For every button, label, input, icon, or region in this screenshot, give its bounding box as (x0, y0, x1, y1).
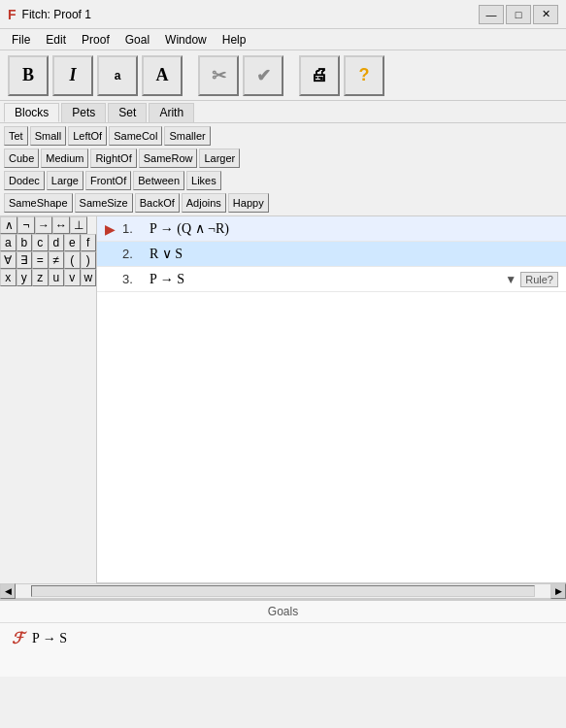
window-controls: — □ ✕ (479, 5, 558, 24)
app-icon: F (8, 7, 17, 22)
proof-line-2[interactable]: 2. R ∨ S (97, 242, 566, 267)
proof-area[interactable]: ▶ 1. P → (Q ∧ ¬R) 2. R ∨ S 3. P → S ▼ Ru… (97, 216, 566, 583)
rule-dropdown-arrow: ▼ (505, 273, 516, 286)
tab-set[interactable]: Set (108, 103, 147, 122)
sym-bottom[interactable]: ⊥ (70, 216, 87, 234)
sym-c[interactable]: c (32, 234, 49, 251)
sym-wedge[interactable]: ∧ (0, 216, 17, 234)
line-rule-3: ▼ Rule? (505, 272, 558, 287)
sym-e[interactable]: e (64, 234, 81, 251)
menu-help[interactable]: Help (215, 31, 254, 49)
main-area: ∧ ¬ → ↔ ⊥ a b c d e f ∀ ∃ = ≠ ( ) x y z (0, 216, 566, 583)
sym-row-2: a b c d e f (0, 234, 96, 251)
line-number-1: 1. (122, 221, 142, 236)
sym-arrow[interactable]: → (35, 216, 52, 234)
small-a-button[interactable]: a (97, 55, 138, 96)
block-cube[interactable]: Cube (4, 149, 39, 168)
line-content-2: R ∨ S (150, 246, 558, 262)
sym-u[interactable]: u (49, 269, 65, 286)
large-a-button[interactable]: A (142, 55, 183, 96)
maximize-button[interactable]: □ (506, 5, 531, 24)
sym-rparen[interactable]: ) (81, 251, 97, 269)
sym-lparen[interactable]: ( (64, 251, 81, 269)
sym-row-3: ∀ ∃ = ≠ ( ) (0, 251, 96, 269)
blocks-row-2: Cube Medium RightOf SameRow Larger (0, 149, 566, 171)
line-number-3: 3. (122, 272, 142, 286)
block-samesize[interactable]: SameSize (75, 193, 133, 213)
block-leftof[interactable]: LeftOf (68, 126, 107, 146)
sym-row-1: ∧ ¬ → ↔ ⊥ (0, 216, 96, 234)
sym-b[interactable]: b (17, 234, 33, 251)
block-sameshape[interactable]: SameShape (4, 193, 73, 213)
titlebar: F Fitch: Proof 1 — □ ✕ (0, 0, 566, 29)
sym-notequals[interactable]: ≠ (49, 251, 65, 269)
block-small[interactable]: Small (30, 126, 67, 146)
block-samerow[interactable]: SameRow (139, 149, 198, 168)
sym-y[interactable]: y (17, 269, 33, 286)
help-button[interactable]: ? (344, 55, 384, 96)
menu-goal[interactable]: Goal (117, 31, 157, 49)
sym-x[interactable]: x (0, 269, 17, 286)
sym-biconditional[interactable]: ↔ (52, 216, 70, 234)
sym-f[interactable]: f (81, 234, 97, 251)
block-backof[interactable]: BackOf (135, 193, 180, 213)
blocks-row-1: Tet Small LeftOf SameCol Smaller (0, 123, 566, 149)
print-button[interactable]: 🖨 (299, 55, 340, 96)
menu-window[interactable]: Window (157, 31, 215, 49)
menu-file[interactable]: File (4, 31, 38, 49)
cut-button[interactable]: ✂ (198, 55, 239, 96)
sym-d[interactable]: d (49, 234, 65, 251)
block-large[interactable]: Large (47, 171, 83, 190)
sym-a[interactable]: a (0, 234, 17, 251)
sym-forall[interactable]: ∀ (0, 251, 17, 269)
blocks-row-4: SameShape SameSize BackOf Adjoins Happy (0, 193, 566, 215)
goals-header: Goals (0, 601, 566, 623)
proof-line-3[interactable]: 3. P → S ▼ Rule? (97, 267, 566, 292)
goals-fitch-icon: ℱ (12, 629, 24, 647)
tab-pets[interactable]: Pets (61, 103, 106, 122)
scroll-track[interactable] (31, 585, 535, 597)
tab-arith[interactable]: Arith (149, 103, 194, 122)
block-rightof[interactable]: RightOf (90, 149, 136, 168)
symbol-tabs: Blocks Pets Set Arith (0, 101, 566, 123)
goals-area: Goals ℱ P → S (0, 599, 566, 677)
goals-formula: P → S (32, 631, 67, 646)
tab-blocks[interactable]: Blocks (4, 103, 59, 122)
scroll-left-button[interactable]: ◀ (0, 583, 16, 599)
proof-line-1[interactable]: ▶ 1. P → (Q ∧ ¬R) (97, 216, 566, 242)
active-arrow: ▶ (105, 221, 118, 237)
block-medium[interactable]: Medium (41, 149, 88, 168)
horizontal-scrollbar[interactable]: ◀ ▶ (0, 583, 566, 599)
block-adjoins[interactable]: Adjoins (182, 193, 226, 213)
menu-edit[interactable]: Edit (38, 31, 74, 49)
block-frontof[interactable]: FrontOf (85, 171, 131, 190)
rule-selector[interactable]: Rule? (520, 272, 558, 287)
close-button[interactable]: ✕ (533, 5, 558, 24)
sym-z[interactable]: z (32, 269, 49, 286)
toolbar: B I a A ✂ ✔ 🖨 ? (0, 50, 566, 101)
minimize-button[interactable]: — (479, 5, 504, 24)
line-content-1: P → (Q ∧ ¬R) (150, 220, 558, 237)
sym-w[interactable]: w (81, 269, 97, 286)
bold-button[interactable]: B (8, 55, 49, 96)
sym-neg[interactable]: ¬ (17, 216, 35, 234)
block-between[interactable]: Between (133, 171, 184, 190)
block-smaller[interactable]: Smaller (164, 126, 210, 146)
sym-v[interactable]: v (64, 269, 81, 286)
italic-button[interactable]: I (52, 55, 93, 96)
block-dodec[interactable]: Dodec (4, 171, 45, 190)
line-content-3: P → S (150, 272, 505, 287)
side-symbol-panel: ∧ ¬ → ↔ ⊥ a b c d e f ∀ ∃ = ≠ ( ) x y z (0, 216, 97, 583)
block-likes[interactable]: Likes (186, 171, 221, 190)
block-larger[interactable]: Larger (199, 149, 240, 168)
blocks-row-3: Dodec Large FrontOf Between Likes (0, 171, 566, 193)
check-button[interactable]: ✔ (243, 55, 283, 96)
sym-exists[interactable]: ∃ (17, 251, 33, 269)
sym-equals[interactable]: = (32, 251, 49, 269)
block-tet[interactable]: Tet (4, 126, 28, 146)
block-happy[interactable]: Happy (228, 193, 269, 213)
scroll-right-button[interactable]: ▶ (550, 583, 566, 599)
menu-proof[interactable]: Proof (74, 31, 117, 49)
block-samecol[interactable]: SameCol (109, 126, 162, 146)
menubar: File Edit Proof Goal Window Help (0, 29, 566, 50)
